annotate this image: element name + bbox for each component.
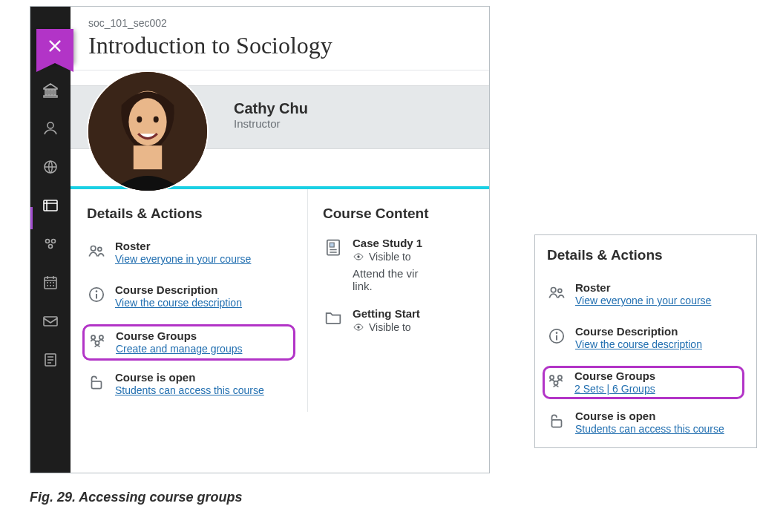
course-description-item: Course Description View the course descr…: [87, 280, 295, 312]
folder-icon: [323, 307, 344, 328]
details-actions-snippet: Details & Actions Roster View everyone i…: [534, 234, 757, 448]
description-link[interactable]: View the course description: [115, 297, 242, 309]
course-header: soc_101_sec002 Introduction to Sociology: [71, 7, 489, 70]
info-icon: [87, 285, 106, 304]
groups-link-b[interactable]: 2 Sets | 6 Groups: [574, 383, 655, 395]
figure-caption: Fig. 29. Accessing course groups: [30, 490, 242, 505]
instructor-avatar[interactable]: [87, 70, 209, 192]
nav-activity-icon[interactable]: [42, 158, 59, 176]
content1-visibility: Visible to: [369, 251, 411, 263]
open-label: Course is open: [115, 371, 264, 384]
course-open-item: Course is open Students can access this …: [87, 368, 295, 400]
open-link[interactable]: Students can access this course: [115, 384, 264, 396]
close-button[interactable]: [36, 29, 73, 63]
nav-courses-icon[interactable]: [42, 197, 59, 214]
main-nav-sidebar: [30, 7, 71, 473]
eye-icon: [353, 251, 364, 263]
description-label-b: Course Description: [575, 325, 702, 338]
course-content-panel: Course Content Case Study 1 Visible to A…: [308, 189, 489, 412]
nav-active-indicator: [30, 207, 33, 229]
unlock-icon: [87, 372, 106, 392]
course-title: Introduction to Sociology: [88, 32, 474, 59]
roster-item-b: Roster View everyone in your course: [547, 278, 744, 310]
course-groups-item: Course Groups Create and manage groups: [82, 324, 295, 361]
open-link-b[interactable]: Students can access this course: [575, 423, 724, 435]
roster-label-b: Roster: [575, 281, 711, 294]
content1-desc: Attend the vir link.: [353, 267, 489, 292]
roster-icon: [547, 283, 566, 302]
nav-grades-icon[interactable]: [42, 351, 59, 369]
details-actions-panel: Details & Actions Roster View everyone i…: [71, 189, 308, 412]
open-label-b: Course is open: [575, 410, 724, 422]
nav-calendar-icon[interactable]: [42, 274, 59, 292]
close-icon: [47, 38, 63, 54]
avatar-placeholder-icon: [88, 72, 207, 191]
course-open-item-b: Course is open Students can access this …: [547, 407, 744, 439]
instructor-banner: Cathy Chu Instructor: [71, 70, 489, 189]
instructor-name: Cathy Chu: [234, 100, 308, 117]
description-label: Course Description: [115, 283, 242, 296]
details-heading: Details & Actions: [87, 206, 295, 222]
svg-point-24: [154, 116, 159, 122]
roster-item: Roster View everyone in your course: [87, 237, 295, 269]
content2-visibility: Visible to: [369, 321, 411, 333]
svg-point-23: [137, 116, 142, 122]
document-icon: [323, 237, 344, 257]
nav-organizations-icon[interactable]: [42, 235, 59, 253]
groups-icon: [546, 371, 566, 390]
details-heading-b: Details & Actions: [547, 247, 744, 263]
course-id: soc_101_sec002: [88, 17, 474, 29]
unlock-icon: [547, 411, 566, 430]
roster-label: Roster: [115, 240, 251, 252]
description-link-b[interactable]: View the course description: [575, 338, 702, 350]
nav-profile-icon[interactable]: [42, 119, 59, 137]
roster-link-b[interactable]: View everyone in your course: [575, 295, 711, 306]
instructor-meta: Cathy Chu Instructor: [234, 100, 308, 130]
eye-icon: [353, 321, 364, 333]
groups-label: Course Groups: [116, 329, 242, 342]
course-window: soc_101_sec002 Introduction to Sociology: [30, 6, 490, 473]
roster-icon: [87, 241, 106, 260]
roster-link[interactable]: View everyone in your course: [115, 253, 251, 265]
svg-rect-25: [134, 145, 162, 169]
groups-icon: [88, 331, 107, 350]
course-groups-item-b: Course Groups 2 Sets | 6 Groups: [543, 366, 744, 399]
course-description-item-b: Course Description View the course descr…: [547, 322, 744, 354]
content1-title: Case Study 1: [353, 237, 422, 249]
content-item-1[interactable]: Case Study 1 Visible to Attend the vir l…: [323, 237, 489, 292]
content-heading: Course Content: [323, 206, 489, 222]
groups-link[interactable]: Create and manage groups: [116, 343, 242, 355]
nav-messages-icon[interactable]: [42, 312, 59, 330]
info-icon: [547, 326, 566, 346]
content-item-2[interactable]: Getting Start Visible to: [323, 307, 489, 333]
groups-label-b: Course Groups: [574, 370, 655, 382]
content2-title: Getting Start: [353, 307, 420, 320]
instructor-role: Instructor: [234, 117, 308, 130]
nav-institution-icon[interactable]: [42, 81, 59, 99]
